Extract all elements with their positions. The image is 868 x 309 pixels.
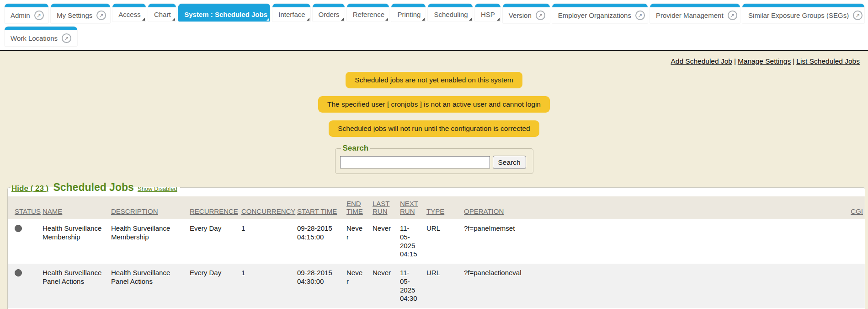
warning-not-enabled: Scheduled jobs are not yet enabled on th… — [346, 72, 522, 88]
hide-toggle-link[interactable]: Hide ( 23 ) — [11, 184, 48, 193]
job-name: Health Surveillance Panel Actions — [38, 264, 107, 308]
tab-my-settings[interactable]: My Settings ↗ — [51, 4, 110, 23]
job-description: Health Surveillance Panel Actions — [107, 264, 185, 308]
job-cgi — [842, 219, 865, 264]
col-header-type[interactable]: TYPE — [422, 196, 459, 219]
tab-employer-organizations[interactable]: Employer Organizations ↗ — [552, 4, 648, 23]
tab-hsp[interactable]: HSP — [475, 4, 501, 22]
tab-scheduling[interactable]: Scheduling — [428, 4, 473, 22]
warning-inactive-user: The specified user [ cronjobs ] is not a… — [318, 96, 550, 113]
tab-access[interactable]: Access — [112, 4, 146, 22]
job-operation: ?f=panelmemset — [459, 219, 842, 264]
job-start-time: 09-28-2015 04:30:00 — [293, 264, 342, 308]
tab-admin[interactable]: Admin ↗ — [5, 4, 48, 23]
tab-version[interactable]: Version ↗ — [503, 4, 550, 23]
scheduled-jobs-table: STATUS NAME DESCRIPTION RECURRENCE CONCU… — [8, 196, 865, 309]
open-new-window-icon[interactable]: ↗ — [96, 11, 106, 20]
show-disabled-link[interactable]: Show Disabled — [138, 185, 177, 192]
job-cgi — [842, 264, 865, 308]
col-header-operation[interactable]: OPERATION — [459, 196, 842, 219]
job-concurrency: 1 — [237, 219, 293, 264]
open-new-window-icon[interactable]: ↗ — [728, 11, 737, 20]
status-dot-icon — [15, 269, 22, 276]
tab-reference[interactable]: Reference — [347, 4, 389, 22]
tab-printing[interactable]: Printing — [391, 4, 426, 22]
search-panel: Search Search — [335, 144, 533, 174]
tab-interface[interactable]: Interface — [272, 4, 310, 22]
status-dot-icon — [15, 225, 22, 232]
job-recurrence: Every Day — [185, 264, 237, 308]
col-header-last-run[interactable]: LAST RUN — [368, 196, 395, 219]
open-new-window-icon[interactable]: ↗ — [635, 11, 645, 20]
tab-bar: Admin ↗ My Settings ↗ Access Chart Syste… — [0, 0, 868, 51]
job-operation: ?f=panelactioneval — [459, 264, 842, 308]
col-header-cgi[interactable]: CGI — [842, 196, 865, 219]
open-new-window-icon[interactable]: ↗ — [536, 11, 545, 20]
search-button[interactable]: Search — [493, 156, 526, 169]
tab-row-1: Admin ↗ My Settings ↗ Access Chart Syste… — [5, 4, 864, 23]
page-content: Add Scheduled Job|Manage Settings|List S… — [0, 51, 868, 309]
open-new-window-icon[interactable]: ↗ — [34, 11, 44, 20]
warning-will-not-run: Scheduled jobs will not run until the co… — [329, 120, 539, 137]
job-name: Health Surveillance Membership — [38, 219, 107, 264]
job-end-time: Never — [342, 219, 368, 264]
table-row[interactable]: Health Surveillance Panel Actions Health… — [8, 264, 865, 308]
tab-work-locations[interactable]: Work Locations ↗ — [5, 27, 77, 46]
scheduled-jobs-title: Scheduled Jobs — [50, 181, 135, 193]
scheduled-jobs-legend: Hide ( 23 ) Scheduled Jobs Show Disabled — [11, 181, 180, 194]
search-panel-legend: Search — [341, 144, 371, 153]
scheduled-jobs-panel: Hide ( 23 ) Scheduled Jobs Show Disabled… — [7, 181, 865, 309]
list-scheduled-jobs-link[interactable]: List Scheduled Jobs — [796, 57, 860, 65]
tab-row-2: Work Locations ↗ — [5, 27, 864, 46]
job-type: URL — [422, 264, 459, 308]
job-last-run: Never — [368, 264, 395, 308]
tab-orders[interactable]: Orders — [313, 4, 345, 22]
warning-messages: Scheduled jobs are not yet enabled on th… — [0, 72, 868, 137]
col-header-concurrency[interactable]: CONCURRENCY — [237, 196, 293, 219]
col-header-end-time[interactable]: END TIME — [342, 196, 368, 219]
col-header-status[interactable]: STATUS — [8, 196, 38, 219]
job-recurrence: Every Day — [185, 219, 237, 264]
manage-settings-link[interactable]: Manage Settings — [738, 57, 791, 65]
table-row[interactable]: Health Surveillance Membership Health Su… — [8, 219, 865, 264]
job-start-time: 09-28-2015 04:15:00 — [293, 219, 342, 264]
link-separator: | — [791, 57, 796, 65]
job-end-time: Never — [342, 264, 368, 308]
col-header-recurrence[interactable]: RECURRENCE — [185, 196, 237, 219]
col-header-start-time[interactable]: START TIME — [293, 196, 342, 219]
add-scheduled-job-link[interactable]: Add Scheduled Job — [671, 57, 732, 65]
tab-similar-exposure-groups[interactable]: Similar Exposure Groups (SEGs) ↗ — [742, 4, 864, 23]
table-header-row: STATUS NAME DESCRIPTION RECURRENCE CONCU… — [8, 196, 865, 219]
col-header-description[interactable]: DESCRIPTION — [107, 196, 185, 219]
tab-provider-management[interactable]: Provider Management ↗ — [650, 4, 740, 23]
action-links: Add Scheduled Job|Manage Settings|List S… — [0, 51, 868, 65]
job-description: Health Surveillance Membership — [107, 219, 185, 264]
job-next-run: 11-05-2025 04:15 — [395, 219, 422, 264]
open-new-window-icon[interactable]: ↗ — [853, 11, 863, 20]
search-input[interactable] — [340, 156, 490, 168]
open-new-window-icon[interactable]: ↗ — [62, 33, 71, 43]
job-next-run: 11-05-2025 04:30 — [395, 264, 422, 308]
col-header-next-run[interactable]: NEXT RUN — [395, 196, 422, 219]
col-header-name[interactable]: NAME — [38, 196, 107, 219]
tab-chart[interactable]: Chart — [148, 4, 176, 22]
tab-system-scheduled-jobs[interactable]: System : Scheduled Jobs — [178, 4, 270, 22]
link-separator: | — [732, 57, 738, 65]
job-last-run: Never — [368, 219, 395, 264]
job-type: URL — [422, 219, 459, 264]
job-concurrency: 1 — [237, 264, 293, 308]
